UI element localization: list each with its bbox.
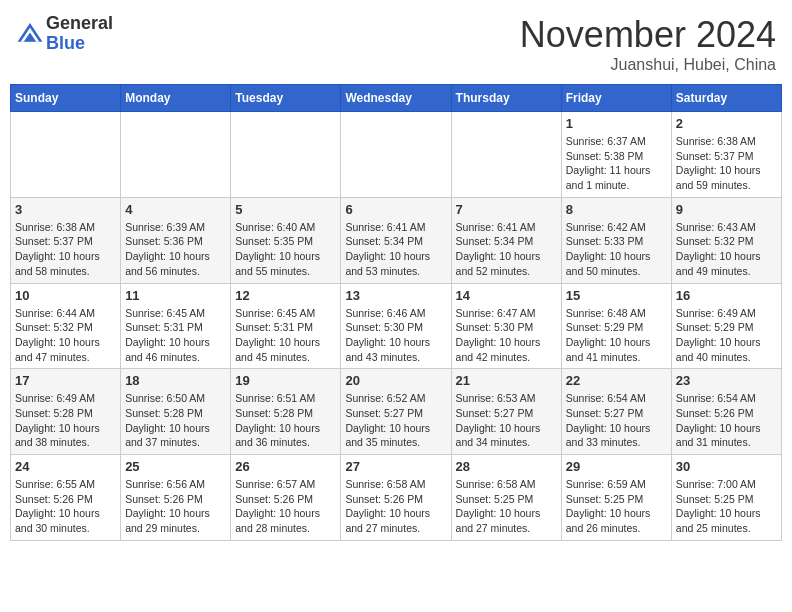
day-number: 28 <box>456 459 557 474</box>
calendar-week-1: 1Sunrise: 6:37 AMSunset: 5:38 PMDaylight… <box>11 112 782 198</box>
day-number: 24 <box>15 459 116 474</box>
calendar-cell: 29Sunrise: 6:59 AMSunset: 5:25 PMDayligh… <box>561 455 671 541</box>
logo-icon <box>16 20 44 48</box>
calendar-cell: 18Sunrise: 6:50 AMSunset: 5:28 PMDayligh… <box>121 369 231 455</box>
logo-blue: Blue <box>46 33 85 53</box>
logo-text: General Blue <box>46 14 113 54</box>
day-info: Sunrise: 6:58 AMSunset: 5:25 PMDaylight:… <box>456 477 557 536</box>
day-header-friday: Friday <box>561 85 671 112</box>
day-info: Sunrise: 6:37 AMSunset: 5:38 PMDaylight:… <box>566 134 667 193</box>
calendar-week-2: 3Sunrise: 6:38 AMSunset: 5:37 PMDaylight… <box>11 197 782 283</box>
day-info: Sunrise: 6:38 AMSunset: 5:37 PMDaylight:… <box>676 134 777 193</box>
calendar-header-row: SundayMondayTuesdayWednesdayThursdayFrid… <box>11 85 782 112</box>
day-info: Sunrise: 6:47 AMSunset: 5:30 PMDaylight:… <box>456 306 557 365</box>
calendar-cell: 20Sunrise: 6:52 AMSunset: 5:27 PMDayligh… <box>341 369 451 455</box>
calendar-cell: 2Sunrise: 6:38 AMSunset: 5:37 PMDaylight… <box>671 112 781 198</box>
day-info: Sunrise: 6:49 AMSunset: 5:29 PMDaylight:… <box>676 306 777 365</box>
day-info: Sunrise: 6:46 AMSunset: 5:30 PMDaylight:… <box>345 306 446 365</box>
calendar-cell <box>451 112 561 198</box>
calendar-cell <box>11 112 121 198</box>
day-info: Sunrise: 6:52 AMSunset: 5:27 PMDaylight:… <box>345 391 446 450</box>
calendar-cell <box>121 112 231 198</box>
day-number: 1 <box>566 116 667 131</box>
day-info: Sunrise: 6:49 AMSunset: 5:28 PMDaylight:… <box>15 391 116 450</box>
calendar-cell: 8Sunrise: 6:42 AMSunset: 5:33 PMDaylight… <box>561 197 671 283</box>
day-number: 18 <box>125 373 226 388</box>
day-info: Sunrise: 6:54 AMSunset: 5:27 PMDaylight:… <box>566 391 667 450</box>
calendar-cell: 16Sunrise: 6:49 AMSunset: 5:29 PMDayligh… <box>671 283 781 369</box>
day-info: Sunrise: 6:44 AMSunset: 5:32 PMDaylight:… <box>15 306 116 365</box>
day-number: 2 <box>676 116 777 131</box>
calendar-cell: 6Sunrise: 6:41 AMSunset: 5:34 PMDaylight… <box>341 197 451 283</box>
calendar-cell: 21Sunrise: 6:53 AMSunset: 5:27 PMDayligh… <box>451 369 561 455</box>
calendar-week-5: 24Sunrise: 6:55 AMSunset: 5:26 PMDayligh… <box>11 455 782 541</box>
day-number: 17 <box>15 373 116 388</box>
calendar-cell: 11Sunrise: 6:45 AMSunset: 5:31 PMDayligh… <box>121 283 231 369</box>
day-number: 9 <box>676 202 777 217</box>
day-header-saturday: Saturday <box>671 85 781 112</box>
calendar-cell: 15Sunrise: 6:48 AMSunset: 5:29 PMDayligh… <box>561 283 671 369</box>
calendar-cell <box>341 112 451 198</box>
calendar-cell: 9Sunrise: 6:43 AMSunset: 5:32 PMDaylight… <box>671 197 781 283</box>
day-number: 5 <box>235 202 336 217</box>
calendar-cell: 28Sunrise: 6:58 AMSunset: 5:25 PMDayligh… <box>451 455 561 541</box>
day-number: 27 <box>345 459 446 474</box>
calendar-cell: 25Sunrise: 6:56 AMSunset: 5:26 PMDayligh… <box>121 455 231 541</box>
calendar-week-3: 10Sunrise: 6:44 AMSunset: 5:32 PMDayligh… <box>11 283 782 369</box>
day-info: Sunrise: 6:54 AMSunset: 5:26 PMDaylight:… <box>676 391 777 450</box>
day-header-thursday: Thursday <box>451 85 561 112</box>
day-number: 15 <box>566 288 667 303</box>
day-info: Sunrise: 6:58 AMSunset: 5:26 PMDaylight:… <box>345 477 446 536</box>
day-header-monday: Monday <box>121 85 231 112</box>
day-info: Sunrise: 6:51 AMSunset: 5:28 PMDaylight:… <box>235 391 336 450</box>
calendar-cell: 13Sunrise: 6:46 AMSunset: 5:30 PMDayligh… <box>341 283 451 369</box>
day-info: Sunrise: 6:40 AMSunset: 5:35 PMDaylight:… <box>235 220 336 279</box>
day-header-tuesday: Tuesday <box>231 85 341 112</box>
calendar-cell: 17Sunrise: 6:49 AMSunset: 5:28 PMDayligh… <box>11 369 121 455</box>
month-title: November 2024 <box>520 14 776 56</box>
day-number: 21 <box>456 373 557 388</box>
day-info: Sunrise: 6:39 AMSunset: 5:36 PMDaylight:… <box>125 220 226 279</box>
day-info: Sunrise: 6:45 AMSunset: 5:31 PMDaylight:… <box>125 306 226 365</box>
page-header: General Blue November 2024 Juanshui, Hub… <box>10 10 782 78</box>
logo: General Blue <box>16 14 113 54</box>
day-header-sunday: Sunday <box>11 85 121 112</box>
calendar-cell: 1Sunrise: 6:37 AMSunset: 5:38 PMDaylight… <box>561 112 671 198</box>
day-info: Sunrise: 6:53 AMSunset: 5:27 PMDaylight:… <box>456 391 557 450</box>
day-number: 30 <box>676 459 777 474</box>
day-number: 22 <box>566 373 667 388</box>
day-info: Sunrise: 6:48 AMSunset: 5:29 PMDaylight:… <box>566 306 667 365</box>
day-number: 29 <box>566 459 667 474</box>
day-number: 16 <box>676 288 777 303</box>
day-number: 14 <box>456 288 557 303</box>
calendar-cell: 19Sunrise: 6:51 AMSunset: 5:28 PMDayligh… <box>231 369 341 455</box>
calendar-cell: 22Sunrise: 6:54 AMSunset: 5:27 PMDayligh… <box>561 369 671 455</box>
calendar-cell: 24Sunrise: 6:55 AMSunset: 5:26 PMDayligh… <box>11 455 121 541</box>
day-info: Sunrise: 7:00 AMSunset: 5:25 PMDaylight:… <box>676 477 777 536</box>
day-info: Sunrise: 6:55 AMSunset: 5:26 PMDaylight:… <box>15 477 116 536</box>
day-number: 26 <box>235 459 336 474</box>
day-number: 11 <box>125 288 226 303</box>
calendar-table: SundayMondayTuesdayWednesdayThursdayFrid… <box>10 84 782 541</box>
day-number: 12 <box>235 288 336 303</box>
calendar-cell: 26Sunrise: 6:57 AMSunset: 5:26 PMDayligh… <box>231 455 341 541</box>
day-info: Sunrise: 6:43 AMSunset: 5:32 PMDaylight:… <box>676 220 777 279</box>
calendar-cell <box>231 112 341 198</box>
day-number: 3 <box>15 202 116 217</box>
calendar-week-4: 17Sunrise: 6:49 AMSunset: 5:28 PMDayligh… <box>11 369 782 455</box>
day-info: Sunrise: 6:57 AMSunset: 5:26 PMDaylight:… <box>235 477 336 536</box>
day-number: 8 <box>566 202 667 217</box>
day-info: Sunrise: 6:41 AMSunset: 5:34 PMDaylight:… <box>456 220 557 279</box>
calendar-cell: 30Sunrise: 7:00 AMSunset: 5:25 PMDayligh… <box>671 455 781 541</box>
day-info: Sunrise: 6:42 AMSunset: 5:33 PMDaylight:… <box>566 220 667 279</box>
location: Juanshui, Hubei, China <box>520 56 776 74</box>
day-number: 23 <box>676 373 777 388</box>
title-block: November 2024 Juanshui, Hubei, China <box>520 14 776 74</box>
day-number: 4 <box>125 202 226 217</box>
day-number: 10 <box>15 288 116 303</box>
calendar-cell: 27Sunrise: 6:58 AMSunset: 5:26 PMDayligh… <box>341 455 451 541</box>
day-info: Sunrise: 6:56 AMSunset: 5:26 PMDaylight:… <box>125 477 226 536</box>
day-number: 13 <box>345 288 446 303</box>
calendar-cell: 5Sunrise: 6:40 AMSunset: 5:35 PMDaylight… <box>231 197 341 283</box>
calendar-cell: 4Sunrise: 6:39 AMSunset: 5:36 PMDaylight… <box>121 197 231 283</box>
